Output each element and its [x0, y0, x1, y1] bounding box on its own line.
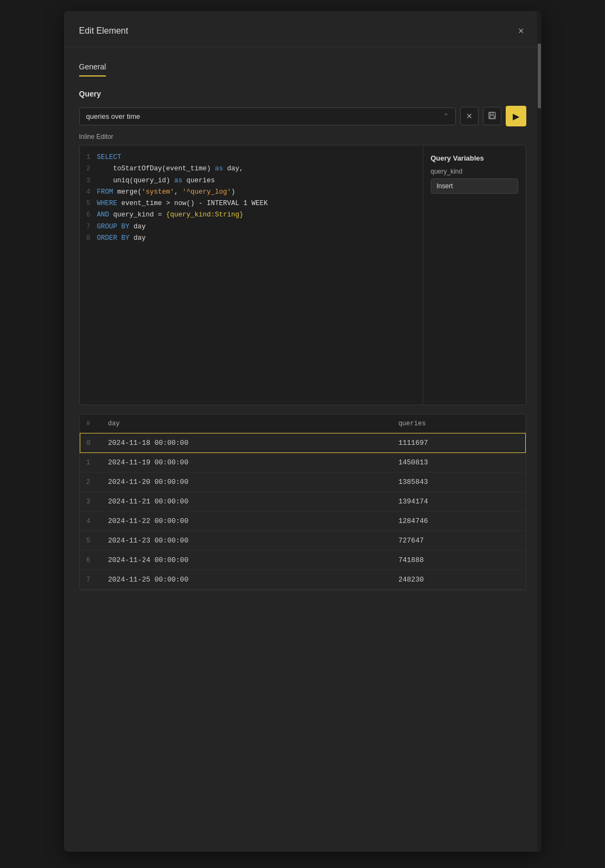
code-editor[interactable]: 1 SELECT 2 toStartOfDay(event_time) as d… — [79, 145, 526, 405]
line-number: 2 — [80, 163, 97, 175]
chevron-down-icon: ⌃ — [443, 112, 449, 120]
table-row[interactable]: 5 2024-11-23 00:00:00 727647 — [80, 531, 525, 551]
query-section: Query queries over time ⌃ ✕ — [79, 90, 526, 590]
modal-title: Edit Element — [79, 26, 129, 36]
svg-rect-2 — [490, 116, 494, 118]
modal-body: General Query queries over time ⌃ ✕ — [64, 47, 542, 601]
code-line-2: 2 toStartOfDay(event_time) as day, — [80, 163, 423, 175]
line-number: 6 — [80, 209, 97, 221]
close-button[interactable]: × — [516, 24, 526, 38]
cell-day: 2024-11-24 00:00:00 — [101, 551, 392, 570]
cell-day: 2024-11-18 00:00:00 — [101, 433, 392, 453]
clear-query-button[interactable]: ✕ — [460, 107, 479, 125]
cell-queries: 1385843 — [392, 473, 525, 492]
cell-day: 2024-11-22 00:00:00 — [101, 512, 392, 531]
table-row[interactable]: 6 2024-11-24 00:00:00 741888 — [80, 551, 525, 570]
cell-index: 5 — [80, 531, 101, 551]
table-row[interactable]: 0 2024-11-18 00:00:00 1111697 — [80, 433, 525, 453]
col-header-day: day — [101, 414, 392, 433]
table-body: 0 2024-11-18 00:00:00 1111697 1 2024-11-… — [80, 433, 525, 590]
cell-queries: 1111697 — [392, 433, 525, 453]
cell-index: 6 — [80, 551, 101, 570]
cell-index: 0 — [80, 433, 101, 453]
table-row[interactable]: 2 2024-11-20 00:00:00 1385843 — [80, 473, 525, 492]
save-icon — [488, 112, 496, 121]
cell-index: 4 — [80, 512, 101, 531]
cell-day: 2024-11-23 00:00:00 — [101, 531, 392, 551]
cell-queries: 1394174 — [392, 492, 525, 512]
cell-index: 3 — [80, 492, 101, 512]
cell-index: 1 — [80, 453, 101, 473]
line-number: 4 — [80, 187, 97, 198]
save-query-button[interactable] — [483, 107, 501, 125]
col-header-index: # — [80, 414, 101, 433]
cell-day: 2024-11-20 00:00:00 — [101, 473, 392, 492]
code-line-1: 1 SELECT — [80, 152, 423, 163]
edit-element-modal: Edit Element × General Query queries ove… — [64, 11, 542, 852]
query-section-title: Query — [79, 90, 526, 98]
cell-day: 2024-11-21 00:00:00 — [101, 492, 392, 512]
line-number: 8 — [80, 233, 97, 244]
cell-index: 7 — [80, 570, 101, 590]
query-selector[interactable]: queries over time ⌃ — [79, 107, 456, 125]
query-variable-name: query_kind — [431, 168, 518, 175]
code-line-4: 4 FROM merge('system', '^query_log') — [80, 187, 423, 198]
cell-queries: 727647 — [392, 531, 525, 551]
run-query-button[interactable]: ▶ — [506, 106, 526, 126]
cell-queries: 248230 — [392, 570, 525, 590]
code-line-7: 7 GROUP BY day — [80, 221, 423, 233]
results-table: # day queries 0 2024-11-18 00:00:00 1111… — [80, 414, 526, 590]
modal-header: Edit Element × — [64, 11, 542, 47]
results-table-wrapper: # day queries 0 2024-11-18 00:00:00 1111… — [79, 414, 526, 590]
table-header-row: # day queries — [80, 414, 525, 433]
cell-day: 2024-11-25 00:00:00 — [101, 570, 392, 590]
svg-rect-1 — [490, 112, 493, 114]
query-variable-value[interactable]: Insert — [431, 178, 518, 194]
tab-general[interactable]: General — [79, 58, 106, 76]
code-line-6: 6 AND query_kind = {query_kind:String} — [80, 209, 423, 221]
table-header: # day queries — [80, 414, 525, 433]
cell-queries: 1450813 — [392, 453, 525, 473]
col-header-queries: queries — [392, 414, 525, 433]
code-line-5: 5 WHERE event_time > now() - INTERVAL 1 … — [80, 198, 423, 209]
cell-index: 2 — [80, 473, 101, 492]
cell-queries: 741888 — [392, 551, 525, 570]
code-line-3: 3 uniq(query_id) as queries — [80, 175, 423, 187]
x-icon: ✕ — [466, 112, 473, 120]
table-row[interactable]: 1 2024-11-19 00:00:00 1450813 — [80, 453, 525, 473]
code-area: 1 SELECT 2 toStartOfDay(event_time) as d… — [80, 145, 423, 405]
line-number: 1 — [80, 152, 97, 163]
table-row[interactable]: 3 2024-11-21 00:00:00 1394174 — [80, 492, 525, 512]
line-number: 5 — [80, 198, 97, 209]
cell-queries: 1284746 — [392, 512, 525, 531]
cell-day: 2024-11-19 00:00:00 — [101, 453, 392, 473]
query-variables-title: Query Variables — [431, 154, 518, 162]
line-number: 3 — [80, 175, 97, 187]
line-number: 7 — [80, 221, 97, 233]
table-row[interactable]: 4 2024-11-22 00:00:00 1284746 — [80, 512, 525, 531]
code-line-8: 8 ORDER BY day — [80, 233, 423, 244]
query-select-text: queries over time — [86, 112, 443, 120]
query-variables-panel: Query Variables query_kind Insert — [423, 145, 526, 405]
tabs: General — [79, 58, 526, 76]
inline-editor-label: Inline Editor — [79, 133, 526, 141]
table-row[interactable]: 7 2024-11-25 00:00:00 248230 — [80, 570, 525, 590]
query-selector-row: queries over time ⌃ ✕ ▶ — [79, 106, 526, 126]
